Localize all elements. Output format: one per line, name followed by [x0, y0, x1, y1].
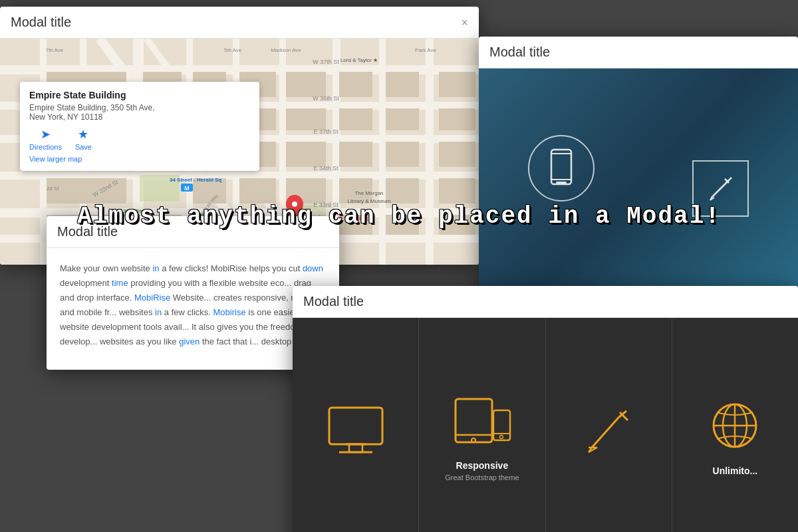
popup-actions: ➤ Directions ★ Save: [29, 127, 250, 151]
svg-text:33rd Street: 33rd Street: [123, 208, 151, 214]
monitor-icon: [326, 404, 386, 460]
svg-line-107: [592, 420, 626, 448]
modal-dark-body: Bootstrap 4 Bootstrap 4 Responsi...: [479, 68, 798, 308]
view-larger-map-link[interactable]: View larger map: [29, 155, 250, 163]
icon-card-globe: Unlimito...: [672, 318, 798, 532]
svg-text:E 33rd St: E 33rd St: [313, 201, 338, 208]
modal-icons-header: Modal title: [293, 286, 798, 318]
svg-rect-94: [329, 408, 382, 444]
save-button[interactable]: ★ Save: [75, 127, 92, 151]
text-highlight-4: in: [155, 307, 162, 317]
responsive-sub: Great Bootstrap theme: [445, 473, 519, 481]
modal-icons-title: Modal title: [303, 294, 364, 309]
svg-text:Madison Ave: Madison Ave: [271, 47, 301, 53]
save-label: Save: [75, 143, 92, 151]
svg-rect-43: [386, 142, 419, 167]
icon-card-responsive: Responsive Great Bootstrap theme: [419, 318, 545, 532]
svg-rect-50: [386, 178, 419, 203]
svg-rect-42: [339, 142, 372, 167]
text-highlight-5: given: [179, 336, 200, 346]
modal-dark: Modal title Bootstrap 4: [479, 37, 798, 308]
svg-point-103: [499, 436, 503, 439]
modal-icons-body: Responsive Great Bootstrap theme: [293, 318, 798, 532]
svg-text:E 34th St: E 34th St: [313, 165, 338, 172]
svg-line-90: [728, 178, 732, 182]
svg-text:34 Street - Herald Sq: 34 Street - Herald Sq: [170, 177, 221, 183]
svg-rect-86: [556, 182, 567, 184]
svg-rect-25: [339, 72, 372, 97]
svg-rect-32: [286, 108, 326, 130]
svg-rect-15: [426, 39, 434, 265]
pencil-icon: [705, 172, 737, 204]
svg-rect-27: [439, 72, 475, 97]
modal-map-header: Modal title ×: [0, 7, 479, 39]
svg-text:M: M: [184, 185, 190, 192]
svg-text:W 36th St: W 36th St: [313, 95, 339, 102]
svg-rect-44: [439, 142, 475, 167]
map-popup: Empire State Building Empire State Build…: [20, 82, 259, 171]
svg-rect-26: [386, 72, 419, 97]
svg-rect-34: [386, 108, 419, 130]
dark-pencil-section: [692, 160, 749, 217]
svg-text:7th Ave: 7th Ave: [46, 47, 64, 53]
modal-text-title: Modal title: [57, 224, 118, 239]
svg-rect-14: [379, 39, 386, 265]
modal-map-close-button[interactable]: ×: [461, 17, 468, 29]
save-icon: ★: [78, 127, 88, 142]
popup-building-name: Empire State Building: [29, 90, 250, 100]
svg-rect-47: [239, 178, 276, 203]
dark-phone-circle: [528, 135, 595, 201]
svg-point-83: [292, 201, 297, 207]
svg-text:W 37th St: W 37th St: [313, 59, 339, 65]
directions-icon: ➤: [41, 127, 51, 142]
icon-card-pencil: [546, 318, 672, 532]
svg-text:Lord & Taylor ★: Lord & Taylor ★: [340, 57, 378, 63]
svg-rect-96: [349, 444, 362, 452]
brand-name-2: Mobirise: [213, 307, 246, 317]
responsive-label: Responsive: [456, 460, 509, 471]
svg-rect-35: [439, 108, 475, 130]
globe-icon: [705, 399, 765, 455]
pencil-edit-icon: [579, 404, 638, 460]
svg-text:E 37th St: E 37th St: [313, 128, 338, 135]
modal-map-title: Modal title: [11, 15, 71, 30]
dark-pencil-square: [692, 160, 749, 217]
svg-rect-41: [286, 142, 326, 167]
dark-phone-section: Bootstrap 4: [528, 135, 595, 241]
svg-text:The Morgan: The Morgan: [354, 190, 383, 196]
text-highlight-1: in: [152, 263, 159, 273]
icon-card-monitor: [293, 318, 419, 532]
svg-line-104: [592, 418, 618, 448]
modal-text-content: Make your own website in a few clicks! M…: [60, 261, 326, 350]
svg-rect-24: [286, 72, 326, 97]
brand-name-1: MobiRise: [134, 293, 170, 303]
svg-rect-58: [439, 215, 475, 235]
tablet-phone-icon: [452, 394, 512, 450]
phone-icon: [545, 148, 578, 188]
svg-text:Park Ave: Park Ave: [415, 47, 436, 53]
svg-rect-57: [386, 215, 419, 235]
svg-line-89: [712, 182, 728, 198]
directions-label: Directions: [29, 143, 62, 151]
text-highlight-3: time: [112, 278, 128, 288]
svg-text:5th Ave: 5th Ave: [224, 47, 242, 53]
text-highlight-2: down: [303, 263, 323, 273]
modal-dark-header: Modal title: [479, 37, 798, 68]
modal-icons: Modal title: [293, 286, 798, 532]
svg-text:Library & Museum: Library & Museum: [348, 198, 391, 204]
svg-rect-51: [439, 178, 475, 203]
modal-text-header: Modal title: [47, 216, 339, 248]
modal-dark-title: Modal title: [489, 45, 550, 60]
svg-text:28 St: 28 St: [47, 186, 59, 192]
globe-label: Unlimito...: [713, 466, 758, 476]
directions-button[interactable]: ➤ Directions: [29, 127, 62, 151]
popup-address: Empire State Building, 350 5th Ave,New Y…: [29, 103, 250, 122]
svg-rect-33: [339, 108, 372, 130]
svg-point-100: [471, 438, 475, 442]
